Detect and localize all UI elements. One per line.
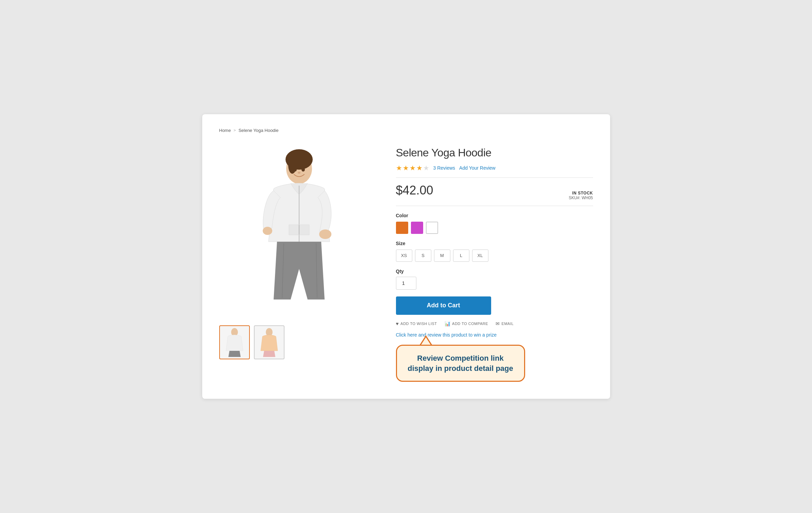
qty-label: Qty xyxy=(396,269,593,274)
product-info: Selene Yoga Hoodie ★ ★ ★ ★ ★ 3 Reviews A… xyxy=(396,143,593,382)
product-title: Selene Yoga Hoodie xyxy=(396,147,593,159)
svg-point-5 xyxy=(263,227,272,235)
callout-bubble: Review Competition link display in produ… xyxy=(396,345,525,382)
product-price: $42.00 xyxy=(396,183,433,198)
star-1: ★ xyxy=(396,164,402,172)
qty-input[interactable] xyxy=(396,277,416,290)
compare-label: ADD TO COMPARE xyxy=(452,322,488,326)
price-divider xyxy=(396,177,593,178)
review-count-link[interactable]: 3 Reviews xyxy=(433,165,455,171)
options-divider xyxy=(396,206,593,206)
product-images xyxy=(219,143,376,359)
callout-text: Review Competition link display in produ… xyxy=(407,353,514,373)
price-row: $42.00 IN STOCK SKU#: WH05 xyxy=(396,183,593,200)
color-label: Color xyxy=(396,213,593,218)
sku-label: SKU#: xyxy=(569,195,581,200)
thumbnails xyxy=(219,325,376,359)
sku: SKU#: WH05 xyxy=(569,195,593,200)
size-label: Size xyxy=(396,241,593,246)
svg-point-10 xyxy=(301,168,305,171)
star-rating: ★ ★ ★ ★ ★ xyxy=(396,164,429,172)
heart-icon: ♥ xyxy=(396,321,399,326)
color-swatch-purple[interactable] xyxy=(411,222,423,234)
callout-wrapper: Review Competition link display in produ… xyxy=(396,345,525,382)
star-5: ★ xyxy=(423,164,429,172)
action-links: ♥ ADD TO WISH LIST 📊 ADD TO COMPARE ✉ EM… xyxy=(396,321,593,326)
breadcrumb: Home > Selene Yoga Hoodie xyxy=(219,128,593,133)
main-product-image xyxy=(219,143,376,320)
thumbnail-1[interactable] xyxy=(219,325,250,359)
color-swatch-white[interactable] xyxy=(426,222,438,234)
size-xs[interactable]: XS xyxy=(396,250,412,262)
qty-section: Qty xyxy=(396,269,593,290)
color-swatches xyxy=(396,222,593,234)
size-options: XS S M L XL xyxy=(396,250,593,262)
svg-point-4 xyxy=(319,229,331,239)
add-to-cart-button[interactable]: Add to Cart xyxy=(396,296,491,315)
breadcrumb-home[interactable]: Home xyxy=(219,128,231,133)
rating-row: ★ ★ ★ ★ ★ 3 Reviews Add Your Review xyxy=(396,164,593,172)
size-l[interactable]: L xyxy=(453,250,469,262)
size-xl[interactable]: XL xyxy=(472,250,488,262)
compare-icon: 📊 xyxy=(445,321,451,326)
stock-status: IN STOCK xyxy=(569,191,593,195)
color-swatch-orange[interactable] xyxy=(396,222,408,234)
star-2: ★ xyxy=(403,164,409,172)
star-4: ★ xyxy=(416,164,422,172)
competition-link[interactable]: Click here and review this product to wi… xyxy=(396,332,497,338)
star-3: ★ xyxy=(410,164,416,172)
size-section: Size XS S M L XL xyxy=(396,241,593,262)
email-icon: ✉ xyxy=(496,321,500,326)
thumbnail-2[interactable] xyxy=(254,325,284,359)
sku-value: WH05 xyxy=(582,195,593,200)
color-section: Color xyxy=(396,213,593,234)
svg-point-11 xyxy=(298,172,300,174)
email-link[interactable]: ✉ EMAIL xyxy=(496,321,514,326)
compare-link[interactable]: 📊 ADD TO COMPARE xyxy=(445,321,488,326)
email-label: EMAIL xyxy=(502,322,514,326)
page-card: Home > Selene Yoga Hoodie xyxy=(202,114,610,399)
breadcrumb-current: Selene Yoga Hoodie xyxy=(239,128,279,133)
breadcrumb-separator: > xyxy=(234,128,236,132)
product-layout: Selene Yoga Hoodie ★ ★ ★ ★ ★ 3 Reviews A… xyxy=(219,143,593,382)
main-image-container xyxy=(219,143,376,320)
add-review-link[interactable]: Add Your Review xyxy=(459,165,496,171)
size-m[interactable]: M xyxy=(434,250,450,262)
size-s[interactable]: S xyxy=(415,250,431,262)
stock-info: IN STOCK SKU#: WH05 xyxy=(569,191,593,200)
wishlist-label: ADD TO WISH LIST xyxy=(400,322,437,326)
wishlist-link[interactable]: ♥ ADD TO WISH LIST xyxy=(396,321,437,326)
svg-point-9 xyxy=(293,168,297,171)
